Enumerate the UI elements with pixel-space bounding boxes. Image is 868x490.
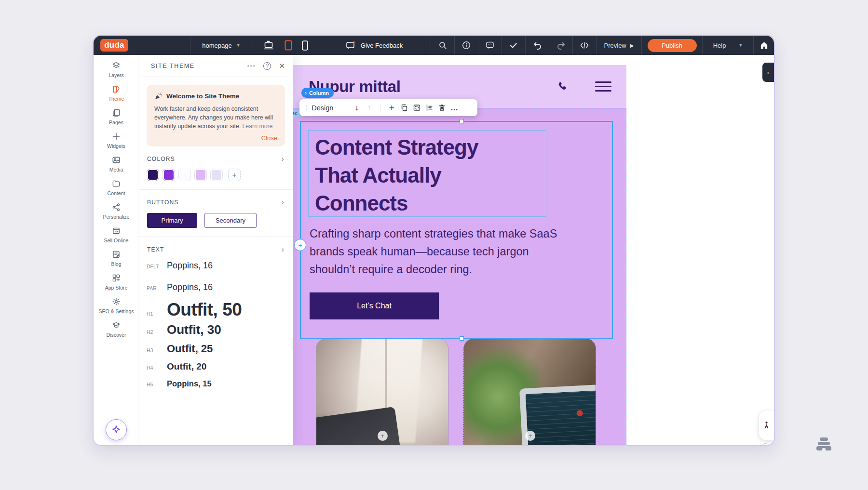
text-section-header[interactable]: TEXT ›: [147, 237, 285, 253]
selected-column-outline[interactable]: + Content Strategy That Actually Connect…: [300, 121, 613, 339]
color-swatch-3[interactable]: [178, 169, 191, 181]
close-panel-icon[interactable]: ✕: [279, 62, 285, 70]
divider: [380, 104, 380, 112]
help-menu[interactable]: Help ▼: [702, 36, 753, 55]
sidebar-item-label: Content: [108, 190, 125, 196]
sidebar-item-pages[interactable]: Pages: [95, 108, 138, 125]
align-button[interactable]: [423, 104, 435, 112]
more-options-icon[interactable]: …: [448, 104, 461, 112]
sidebar-item-seo-settings[interactable]: SEO & Settings: [95, 297, 138, 314]
colors-section-header[interactable]: COLORS ›: [147, 146, 285, 162]
add-column-button[interactable]: +: [294, 239, 306, 251]
frame-button[interactable]: [410, 104, 423, 112]
text-style-row-par[interactable]: PAR Poppins, 16: [147, 282, 285, 292]
preview-button[interactable]: Preview ▶: [596, 36, 641, 55]
text-style-row-h5[interactable]: H5 Poppins, 15: [147, 379, 285, 388]
sidebar-item-label: Theme: [108, 96, 124, 102]
add-color-button[interactable]: +: [228, 169, 241, 181]
color-swatch-5[interactable]: [210, 169, 223, 181]
color-swatch-4[interactable]: [194, 169, 207, 181]
ai-assistant-button[interactable]: [106, 419, 127, 440]
add-content-icon[interactable]: +: [378, 431, 388, 441]
accessibility-button[interactable]: [759, 411, 774, 440]
gear-icon: [111, 297, 121, 306]
sidebar-item-media[interactable]: Media: [95, 155, 138, 172]
secondary-button-preview[interactable]: Secondary: [204, 213, 257, 228]
sidebar-item-personalize[interactable]: Personalize: [95, 202, 138, 220]
collapse-panel-tab[interactable]: ‹: [762, 63, 774, 82]
add-content-icon[interactable]: +: [525, 431, 535, 441]
help-icon[interactable]: ?: [263, 62, 271, 70]
publish-button[interactable]: Publish: [648, 39, 697, 52]
sidebar-item-label: Layers: [108, 72, 124, 78]
sidebar-item-discover[interactable]: Discover: [95, 320, 138, 338]
move-down-button[interactable]: ↓: [350, 104, 363, 112]
redo-button[interactable]: [549, 36, 572, 55]
tablet-view-button-active[interactable]: [285, 40, 292, 51]
media-icon: [111, 155, 121, 165]
sidebar-item-label: Blog: [111, 261, 121, 267]
photo-laptop-screen: [526, 390, 596, 446]
column-badge[interactable]: › Column: [301, 88, 334, 98]
text-style-row-h1[interactable]: H1 Outfit, 50: [147, 300, 285, 320]
sidebar-item-label: SEO & Settings: [99, 308, 134, 314]
heading-element-outline[interactable]: Content Strategy That Actually Connects: [308, 130, 546, 217]
hive-watermark-icon: [816, 437, 831, 450]
move-up-button[interactable]: ↑: [363, 104, 375, 112]
color-swatches: +: [147, 169, 285, 181]
chevron-down-icon: ▼: [738, 43, 743, 48]
comments-button[interactable]: [478, 36, 502, 55]
device-switcher: [253, 36, 318, 55]
buttons-section-header[interactable]: BUTTONS ›: [147, 190, 285, 206]
save-check-button[interactable]: [502, 36, 525, 55]
sidebar-item-label: Media: [109, 167, 123, 172]
page-selector[interactable]: homepage ▼: [190, 36, 253, 55]
add-element-button[interactable]: +: [385, 103, 398, 113]
phone-icon[interactable]: [555, 80, 569, 93]
sidebar-item-widgets[interactable]: Widgets: [95, 132, 138, 149]
dev-mode-button[interactable]: [572, 36, 596, 55]
more-options-icon[interactable]: ···: [247, 64, 256, 68]
give-feedback-button[interactable]: Give Feedback: [318, 36, 431, 55]
color-swatch-2[interactable]: [163, 169, 175, 181]
sidebar-item-theme[interactable]: Theme: [95, 84, 138, 102]
sidebar-item-sell-online[interactable]: Sell Online: [95, 226, 138, 243]
search-button[interactable]: [431, 36, 454, 55]
resize-handle-top[interactable]: [460, 119, 464, 123]
home-button[interactable]: [753, 36, 774, 55]
duplicate-button[interactable]: [398, 104, 410, 112]
sidebar-item-label: Sell Online: [104, 238, 129, 243]
color-swatch-1[interactable]: [147, 169, 159, 181]
text-style-row-h4[interactable]: H4 Outfit, 20: [147, 361, 285, 372]
text-style-row-h3[interactable]: H3 Outfit, 25: [147, 343, 285, 355]
pages-icon: [111, 108, 121, 118]
hamburger-menu-icon[interactable]: [595, 81, 611, 92]
image-card-right[interactable]: +: [463, 338, 596, 446]
hero-paragraph[interactable]: Crafting sharp content strategies that m…: [310, 225, 580, 278]
mobile-view-button[interactable]: [302, 40, 308, 51]
primary-button-preview[interactable]: Primary: [147, 213, 197, 228]
text-style-row-dflt[interactable]: DFLT Poppins, 16: [147, 261, 285, 271]
chevron-right-icon: ›: [281, 199, 284, 205]
image-card-left[interactable]: +: [316, 338, 448, 446]
welcome-close-link[interactable]: Close: [154, 134, 277, 142]
learn-more-link[interactable]: Learn more: [243, 123, 273, 130]
delete-button[interactable]: [435, 104, 448, 112]
sidebar-item-app-store[interactable]: App Store: [95, 273, 138, 291]
sidebar-item-layers[interactable]: Layers: [95, 61, 138, 78]
sidebar-item-blog[interactable]: Blog: [95, 250, 138, 267]
drag-handle[interactable]: ⁞⁞: [305, 104, 307, 111]
lets-chat-button[interactable]: Let’s Chat: [310, 292, 439, 319]
desktop-view-button[interactable]: [262, 40, 275, 51]
help-label: Help: [713, 42, 726, 49]
resize-handle-bottom[interactable]: [460, 336, 464, 341]
duda-logo[interactable]: duda: [100, 39, 128, 52]
graduation-cap-icon: [111, 320, 121, 330]
sidebar-item-content[interactable]: Content: [95, 179, 138, 196]
hero-heading-line: That Actually: [315, 161, 546, 189]
divider: [345, 104, 345, 112]
undo-button[interactable]: [525, 36, 549, 55]
text-style-row-h2[interactable]: H2 Outfit, 30: [147, 322, 285, 337]
design-button[interactable]: Design: [312, 104, 333, 112]
info-button[interactable]: [454, 36, 478, 55]
